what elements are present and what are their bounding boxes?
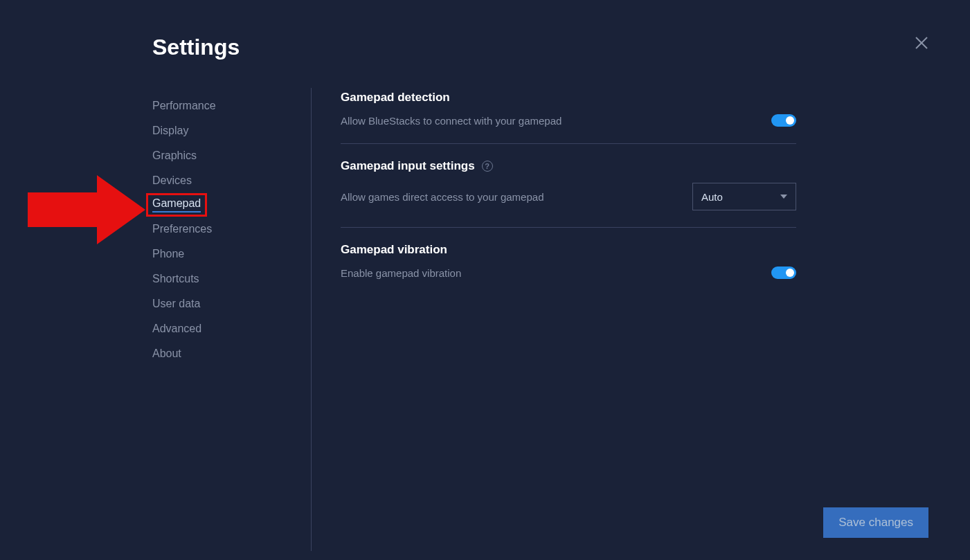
- section-description: Enable gamepad vibration: [341, 267, 461, 279]
- sidebar-item-label: Phone: [152, 248, 184, 260]
- gamepad-input-section: Gamepad input settings ? Allow games dir…: [341, 159, 796, 228]
- gamepad-input-dropdown[interactable]: Auto: [692, 183, 796, 210]
- sidebar-item-label: Advanced: [152, 323, 201, 334]
- dropdown-value: Auto: [701, 191, 723, 203]
- section-description: Allow games direct access to your gamepa…: [341, 191, 544, 203]
- section-title: Gamepad input settings ?: [341, 159, 796, 173]
- sidebar-item-graphics[interactable]: Graphics: [152, 143, 311, 168]
- section-title-text: Gamepad input settings: [341, 159, 475, 173]
- gamepad-detection-section: Gamepad detection Allow BlueStacks to co…: [341, 91, 796, 144]
- close-button[interactable]: [915, 36, 928, 50]
- gamepad-vibration-section: Gamepad vibration Enable gamepad vibrati…: [341, 243, 796, 296]
- sidebar-item-performance[interactable]: Performance: [152, 93, 311, 118]
- section-title-text: Gamepad vibration: [341, 243, 447, 257]
- gamepad-detection-toggle[interactable]: [771, 114, 796, 127]
- sidebar-item-label: Devices: [152, 174, 192, 186]
- section-description: Allow BlueStacks to connect with your ga…: [341, 115, 562, 127]
- sidebar-item-display[interactable]: Display: [152, 118, 311, 143]
- sidebar-item-label: Display: [152, 125, 188, 136]
- sidebar-item-shortcuts[interactable]: Shortcuts: [152, 267, 311, 291]
- sidebar-item-label: Shortcuts: [152, 273, 199, 284]
- sidebar-item-label: User data: [152, 298, 200, 309]
- sidebar-item-gamepad[interactable]: Gamepad: [146, 193, 207, 217]
- section-title-text: Gamepad detection: [341, 91, 450, 105]
- sidebar-item-label: Preferences: [152, 223, 212, 235]
- gamepad-vibration-toggle[interactable]: [771, 267, 796, 279]
- section-title: Gamepad vibration: [341, 243, 796, 257]
- sidebar-item-devices[interactable]: Devices: [152, 168, 311, 193]
- sidebar-item-label: Performance: [152, 100, 216, 111]
- close-icon: [915, 36, 928, 50]
- sidebar-item-about[interactable]: About: [152, 341, 311, 366]
- arrow-right-icon: [28, 175, 145, 244]
- sidebar-item-label: Graphics: [152, 150, 197, 161]
- sidebar-item-preferences[interactable]: Preferences: [152, 217, 311, 242]
- chevron-down-icon: [780, 195, 787, 199]
- help-icon[interactable]: ?: [482, 161, 493, 172]
- annotation-arrow: [28, 175, 145, 244]
- sidebar-item-advanced[interactable]: Advanced: [152, 316, 311, 341]
- save-changes-button[interactable]: Save changes: [823, 507, 928, 538]
- toggle-knob: [786, 116, 794, 125]
- sidebar-item-label: Gamepad: [152, 197, 201, 213]
- sidebar-item-user-data[interactable]: User data: [152, 291, 311, 316]
- toggle-knob: [786, 269, 794, 277]
- sidebar-item-label: About: [152, 347, 181, 359]
- main-content: Gamepad detection Allow BlueStacks to co…: [312, 88, 796, 551]
- settings-sidebar: Performance Display Graphics Devices Gam…: [152, 88, 312, 551]
- section-title: Gamepad detection: [341, 91, 796, 105]
- sidebar-item-phone[interactable]: Phone: [152, 242, 311, 267]
- svg-marker-2: [28, 175, 145, 244]
- page-title: Settings: [152, 35, 928, 60]
